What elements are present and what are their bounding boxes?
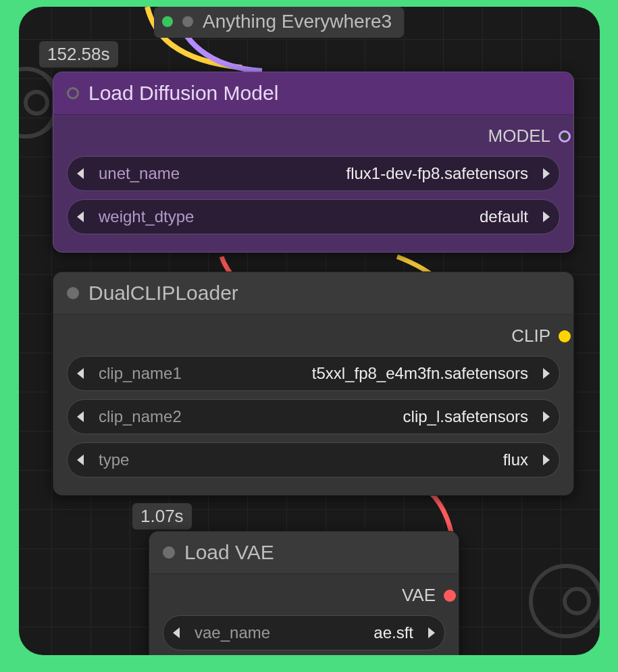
- output-port-vae[interactable]: VAE: [149, 574, 459, 615]
- chevron-left-icon[interactable]: [73, 365, 89, 382]
- chevron-right-icon[interactable]: [538, 409, 554, 425]
- node-header[interactable]: Load Diffusion Model: [53, 72, 573, 115]
- svg-point-1: [26, 92, 47, 113]
- node-title: Anything Everywhere3: [203, 11, 392, 32]
- combo-unet-name[interactable]: unet_name flux1-dev-fp8.safetensors: [67, 156, 560, 191]
- combo-clip-name1[interactable]: clip_name1 t5xxl_fp8_e4m3fn.safetensors: [67, 356, 560, 391]
- node-load-diffusion-model[interactable]: Load Diffusion Model MODEL unet_name flu…: [53, 72, 574, 253]
- node-dualcliploader[interactable]: DualCLIPLoader CLIP clip_name1 t5xxl_fp8…: [53, 272, 574, 496]
- output-label: CLIP: [511, 326, 550, 346]
- svg-point-3: [565, 589, 589, 613]
- output-port-model[interactable]: MODEL: [53, 115, 573, 156]
- field-label: unet_name: [99, 164, 180, 183]
- field-value: clip_l.safetensors: [403, 407, 528, 426]
- chevron-right-icon[interactable]: [538, 365, 554, 382]
- chevron-left-icon[interactable]: [73, 209, 89, 225]
- output-port-clip[interactable]: CLIP: [53, 315, 573, 356]
- field-label: vae_name: [195, 623, 270, 642]
- node-header[interactable]: Load VAE: [149, 532, 459, 574]
- node-graph-canvas[interactable]: Anything Everywhere3 152.58s Load Diffus…: [19, 7, 600, 655]
- port-dot-icon[interactable]: [444, 590, 456, 602]
- status-dot-green: [162, 16, 173, 27]
- collapse-dot-icon[interactable]: [163, 546, 175, 559]
- combo-weight-dtype[interactable]: weight_dtype default: [67, 199, 560, 234]
- chevron-left-icon[interactable]: [73, 165, 89, 182]
- field-value: flux: [503, 450, 528, 469]
- node-title: Load VAE: [184, 541, 274, 564]
- chevron-right-icon[interactable]: [538, 165, 554, 182]
- execution-time-badge: 1.07s: [132, 503, 192, 529]
- port-dot-icon[interactable]: [559, 130, 571, 143]
- chevron-right-icon[interactable]: [538, 452, 554, 468]
- field-label: clip_name1: [99, 364, 182, 383]
- logo-swirl-decoration: [512, 534, 600, 655]
- chevron-left-icon[interactable]: [169, 625, 185, 641]
- collapse-dot-icon[interactable]: [182, 16, 193, 27]
- execution-time-badge: 152.58s: [39, 41, 118, 68]
- combo-vae-name[interactable]: vae_name ae.sft: [163, 615, 445, 650]
- node-title: Load Diffusion Model: [88, 82, 278, 105]
- port-dot-icon[interactable]: [559, 330, 571, 342]
- field-value: flux1-dev-fp8.safetensors: [346, 164, 528, 183]
- field-value: default: [480, 207, 528, 226]
- node-header[interactable]: DualCLIPLoader: [53, 272, 573, 315]
- field-label: weight_dtype: [99, 207, 194, 226]
- node-title: DualCLIPLoader: [88, 282, 238, 305]
- field-label: clip_name2: [99, 407, 182, 426]
- node-anything-everywhere3[interactable]: Anything Everywhere3: [154, 7, 404, 38]
- chevron-right-icon[interactable]: [538, 209, 554, 225]
- node-load-vae[interactable]: Load VAE VAE vae_name ae.sft: [149, 531, 459, 655]
- collapse-dot-icon[interactable]: [67, 87, 79, 99]
- output-label: MODEL: [488, 126, 550, 147]
- chevron-left-icon[interactable]: [73, 452, 89, 468]
- combo-type[interactable]: type flux: [67, 442, 560, 477]
- field-value: ae.sft: [374, 623, 413, 642]
- chevron-left-icon[interactable]: [73, 409, 89, 425]
- chevron-right-icon[interactable]: [423, 625, 439, 641]
- field-label: type: [99, 450, 129, 469]
- collapse-dot-icon[interactable]: [67, 287, 79, 299]
- output-label: VAE: [402, 585, 436, 606]
- combo-clip-name2[interactable]: clip_name2 clip_l.safetensors: [67, 399, 560, 434]
- field-value: t5xxl_fp8_e4m3fn.safetensors: [312, 364, 528, 383]
